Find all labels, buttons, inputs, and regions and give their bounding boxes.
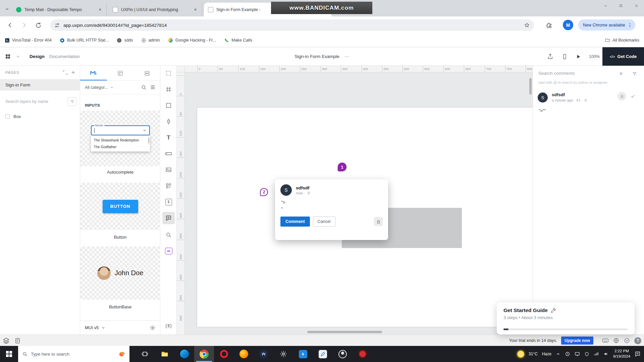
library-tab-patterns[interactable] bbox=[107, 66, 134, 80]
volume-tray-icon[interactable] bbox=[603, 351, 609, 357]
window-close-button[interactable] bbox=[629, 0, 644, 11]
add-page-icon[interactable] bbox=[70, 70, 76, 75]
tab-close-icon[interactable] bbox=[97, 7, 103, 13]
browser-menu-icon[interactable] bbox=[627, 22, 633, 28]
get-code-button[interactable]: </> Get Code bbox=[602, 47, 644, 66]
expand-pages-icon[interactable] bbox=[63, 70, 68, 75]
edge-icon[interactable] bbox=[174, 346, 194, 362]
layers-filter-button[interactable] bbox=[68, 97, 76, 106]
settings-icon[interactable] bbox=[273, 346, 293, 362]
reload-button[interactable] bbox=[32, 19, 44, 31]
layer-item-box[interactable]: Box bbox=[0, 111, 80, 121]
clock-tray-icon[interactable] bbox=[565, 351, 570, 357]
filter-icon[interactable] bbox=[632, 71, 637, 76]
tab-documentation[interactable]: Documentation bbox=[49, 54, 80, 59]
component-autocomplete[interactable]: Movie The Shawshank Redemption The Godfa… bbox=[80, 111, 160, 166]
bookmark-star-icon[interactable] bbox=[524, 22, 530, 28]
layer-checkbox[interactable] bbox=[5, 114, 10, 119]
comment-submit-button[interactable]: Comment bbox=[280, 217, 310, 227]
comment-thread-item[interactable]: S sdfsdf a minute ago · #1 · ">"" bbox=[533, 87, 644, 119]
page-item-signin-form[interactable]: Sign-in Form bbox=[0, 79, 80, 90]
zoom-level[interactable]: 100% bbox=[589, 54, 600, 59]
widget-globe-icon[interactable] bbox=[613, 337, 620, 344]
component-button[interactable]: BUTTON bbox=[80, 183, 160, 230]
library-tab-forms[interactable] bbox=[133, 66, 160, 80]
tray-expand-icon[interactable] bbox=[556, 352, 560, 356]
rectangle-tool[interactable] bbox=[162, 99, 175, 112]
window-maximize-button[interactable] bbox=[613, 0, 629, 11]
assignee-button[interactable] bbox=[618, 92, 626, 101]
search-icon[interactable] bbox=[141, 84, 147, 90]
tab-design[interactable]: Design bbox=[30, 54, 45, 59]
chrome-icon[interactable] bbox=[194, 346, 214, 362]
bookmark-make-calls[interactable]: Make Calls bbox=[224, 38, 252, 43]
play-icon[interactable] bbox=[576, 54, 581, 59]
upgrade-button[interactable]: Upgrade now bbox=[561, 337, 593, 345]
opera-icon[interactable] bbox=[214, 346, 234, 362]
obs-icon[interactable] bbox=[333, 346, 353, 362]
vertical-scrollbar[interactable] bbox=[529, 78, 532, 95]
apps-grid-icon[interactable] bbox=[5, 53, 11, 60]
weather-condition[interactable]: Haze bbox=[542, 352, 551, 356]
bookmark-bulk-url[interactable]: Bulk URL HTTP Stat... bbox=[60, 38, 109, 43]
zoom-tool[interactable] bbox=[162, 229, 175, 241]
layers-icon[interactable] bbox=[3, 337, 10, 344]
library-version-dropdown[interactable]: MUI v5 bbox=[85, 325, 99, 330]
component-buttonbase[interactable]: John Doe bbox=[80, 246, 160, 300]
list-view-icon[interactable] bbox=[150, 84, 156, 90]
preview-device-icon[interactable] bbox=[561, 54, 568, 60]
code-tokens-button[interactable]: {$} bbox=[162, 320, 175, 332]
design-canvas[interactable]: 0501001502002503003504004505005506006507… bbox=[177, 66, 533, 335]
image-tool[interactable] bbox=[162, 164, 175, 176]
file-explorer-icon[interactable] bbox=[155, 346, 174, 362]
extensions-icon[interactable] bbox=[543, 19, 555, 31]
marquee-select-tool[interactable] bbox=[162, 67, 175, 79]
site-info-icon[interactable] bbox=[54, 22, 60, 28]
comment-marker-2[interactable]: 2 bbox=[260, 188, 268, 196]
category-dropdown[interactable]: All categor... bbox=[85, 85, 138, 90]
browser-tab-uxpin[interactable]: UXPin | UX/UI and Prototyping bbox=[109, 3, 202, 16]
widget-keyboard-icon[interactable] bbox=[602, 337, 609, 344]
weather-icon[interactable] bbox=[517, 351, 524, 358]
taskbar-clock[interactable]: 2:22 PM 9/19/2024 bbox=[613, 349, 630, 359]
chrome-update-button[interactable]: New Chrome available bbox=[578, 19, 635, 31]
title-more-icon[interactable] bbox=[344, 54, 350, 59]
artboard-tool[interactable] bbox=[162, 83, 175, 96]
bookmark-admin[interactable]: admin bbox=[141, 38, 160, 43]
widget-check-icon[interactable] bbox=[624, 337, 630, 344]
library-tab-mui[interactable] bbox=[80, 66, 107, 80]
get-started-guide-card[interactable]: Get Started Guide 3 steps • About 3 minu… bbox=[497, 302, 635, 335]
comment-cancel-button[interactable]: Cancel bbox=[313, 217, 335, 227]
network-tray-icon[interactable] bbox=[594, 351, 599, 357]
shield-tray-icon[interactable] bbox=[584, 352, 589, 357]
taskbar-search-input[interactable]: Type here to search bbox=[18, 346, 129, 362]
input-tool[interactable] bbox=[162, 147, 175, 160]
recording-icon[interactable] bbox=[353, 346, 372, 362]
library-settings-icon[interactable] bbox=[150, 325, 156, 331]
ai-tool[interactable]: AI bbox=[162, 245, 175, 257]
task-view-button[interactable] bbox=[135, 346, 155, 362]
all-bookmarks-button[interactable]: All Bookmarks bbox=[605, 38, 639, 43]
comments-search-input[interactable]: Search comments bbox=[538, 71, 575, 76]
help-button[interactable]: ? bbox=[634, 337, 641, 344]
address-bar[interactable]: app.uxpin.com/edit/9430014#?id_page=1854… bbox=[50, 19, 534, 31]
comment-marker-1[interactable]: 1 bbox=[338, 163, 346, 171]
bandicam-icon[interactable] bbox=[293, 346, 313, 362]
design-tokens-tool[interactable]: $ bbox=[162, 196, 175, 208]
bookmark-sdds[interactable]: sdds bbox=[117, 38, 133, 43]
components-tool[interactable] bbox=[162, 180, 175, 192]
comment-text[interactable]: "> " bbox=[281, 199, 383, 214]
comment-privacy-button[interactable] bbox=[374, 217, 383, 226]
bookmark-virustotal[interactable]: VirusTotal - Error 404 bbox=[5, 38, 52, 43]
documentation-icon[interactable] bbox=[14, 338, 21, 344]
bookmark-google-hacking[interactable]: Google Hacking - Fr... bbox=[168, 38, 216, 43]
tab-close-icon[interactable] bbox=[192, 7, 198, 13]
window-minimize-button[interactable] bbox=[598, 0, 613, 11]
paint-icon[interactable] bbox=[313, 346, 333, 362]
resolve-check-icon[interactable] bbox=[630, 94, 636, 99]
horizontal-scrollbar[interactable] bbox=[307, 331, 382, 333]
vector-pen-tool[interactable] bbox=[162, 115, 175, 128]
firefox-icon[interactable] bbox=[234, 346, 254, 362]
chevron-down-icon[interactable] bbox=[16, 54, 20, 59]
profile-avatar[interactable]: M bbox=[563, 20, 573, 30]
